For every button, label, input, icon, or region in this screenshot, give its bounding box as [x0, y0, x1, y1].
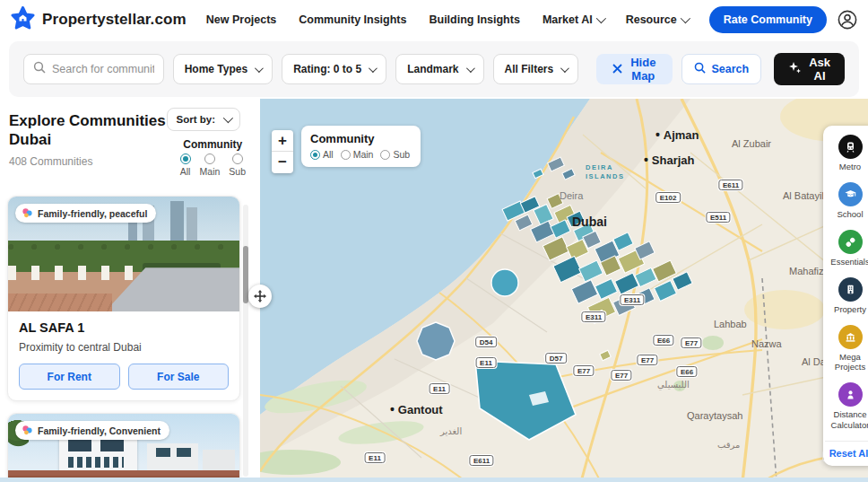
tag-icon	[22, 425, 33, 436]
map-zoom-control: + −	[272, 130, 293, 173]
school-icon	[838, 182, 863, 206]
map-tool-rail: MetroSchoolEssentialsPropertyMega Projec…	[823, 126, 868, 466]
community-filter-label: Community	[180, 138, 246, 151]
community-search[interactable]	[23, 54, 164, 84]
page-title: Explore Communities in Dubai	[9, 111, 188, 150]
map-tool-distance-calculator[interactable]: Distance Calculator	[825, 382, 868, 431]
community-name: AL SAFA 1	[19, 320, 229, 335]
community-card[interactable]: Family-friendly, Convenient	[7, 413, 240, 482]
map-tool-label: Mega Projects	[825, 352, 868, 373]
nav-item-label: New Projects	[206, 13, 277, 26]
radio-label: All	[180, 166, 191, 177]
card-button-for-rent[interactable]: For Rent	[19, 364, 120, 390]
scene-shape	[8, 266, 135, 281]
community-type-filter: Community AllMainSub	[180, 138, 246, 177]
mega-projects-icon	[838, 325, 863, 349]
list-scrollbar[interactable]	[243, 205, 248, 477]
community-list-panel: Explore Communities in Dubai 408 Communi…	[0, 99, 260, 482]
filter-bar: Home TypesRating: 0 to 5LandmarkAll Filt…	[9, 41, 859, 97]
nav-item-new-projects[interactable]: New Projects	[206, 13, 277, 26]
sort-by-dropdown[interactable]: Sort by:	[167, 108, 240, 131]
ask-ai-button[interactable]: Ask AI	[774, 53, 845, 85]
radio-selected[interactable]	[310, 150, 320, 160]
radio-option-all[interactable]: All	[310, 149, 334, 160]
zoom-in-button[interactable]: +	[272, 130, 293, 152]
map-tool-mega-projects[interactable]: Mega Projects	[825, 325, 868, 373]
radio-option-sub[interactable]: Sub	[229, 153, 246, 177]
filter-dropdown-all-filters[interactable]: All Filters	[493, 54, 579, 84]
community-card[interactable]: Family-friendly, peacefulAL SAFA 1Proxim…	[7, 196, 240, 401]
scene-shape	[156, 448, 169, 457]
map-tool-property[interactable]: Property	[825, 277, 868, 315]
filter-dropdown-rating-0-to-5[interactable]: Rating: 0 to 5	[282, 54, 386, 84]
radio-option-all[interactable]: All	[180, 153, 191, 177]
card-tag-badge: Family-friendly, Convenient	[15, 421, 169, 440]
scene-shape	[68, 457, 124, 468]
chevron-down-icon	[595, 13, 605, 23]
nav-item-community-insights[interactable]: Community Insights	[299, 13, 406, 26]
card-button-for-sale[interactable]: For Sale	[128, 364, 230, 390]
map-tool-label: School	[825, 209, 868, 220]
nav-item-label: Community Insights	[299, 13, 406, 26]
radio-unselected[interactable]	[380, 150, 390, 160]
search-icon	[33, 61, 46, 77]
map-community-filter: Community AllMainSub	[301, 126, 421, 167]
chevron-down-icon	[560, 64, 569, 73]
zoom-out-button[interactable]: −	[272, 152, 293, 173]
map-canvas[interactable]: + − Community AllMainSub AjmanSharjahGan…	[260, 99, 868, 482]
distance-calculator-icon	[838, 382, 863, 407]
chevron-down-icon	[680, 13, 690, 23]
bottom-section-edge	[0, 478, 868, 482]
community-cards: Family-friendly, peacefulAL SAFA 1Proxim…	[7, 196, 240, 482]
tag-icon	[22, 207, 33, 219]
radio-unselected[interactable]	[232, 153, 243, 164]
panel-resize-handle[interactable]	[248, 285, 272, 308]
nav-item-building-insights[interactable]: Building Insights	[429, 13, 519, 26]
chevron-down-icon	[223, 113, 233, 123]
community-card-image: Family-friendly, Convenient	[8, 414, 239, 482]
radio-label: Sub	[393, 149, 410, 160]
search-input[interactable]	[52, 63, 154, 75]
search-icon	[694, 62, 706, 76]
rate-community-button[interactable]: Rate Community	[709, 6, 827, 33]
filter-chips: Home TypesRating: 0 to 5LandmarkAll Filt…	[173, 54, 579, 84]
essentials-icon	[838, 230, 863, 254]
nav-item-resource[interactable]: Resource	[626, 13, 688, 26]
list-panel-header: Explore Communities in Dubai 408 Communi…	[0, 99, 260, 168]
map-tool-label: Distance Calculator	[825, 409, 868, 431]
close-icon	[612, 63, 622, 76]
map-tool-school[interactable]: School	[825, 182, 868, 220]
card-tag-text: Family-friendly, peaceful	[38, 208, 147, 219]
map-tool-label: Essentials	[825, 257, 868, 267]
nav-item-label: Building Insights	[429, 13, 519, 26]
scene-shape	[8, 294, 112, 311]
radio-label: Sub	[229, 166, 246, 177]
hide-map-button[interactable]: Hide Map	[596, 54, 673, 84]
reset-all-button[interactable]: Reset All	[825, 441, 868, 466]
search-button[interactable]: Search	[681, 54, 761, 84]
account-icon[interactable]	[838, 10, 857, 30]
metro-icon	[838, 135, 863, 159]
radio-selected[interactable]	[180, 153, 191, 164]
filter-dropdown-landmark[interactable]: Landmark	[395, 54, 483, 84]
map-tool-metro[interactable]: Metro	[825, 135, 868, 172]
chevron-down-icon	[369, 64, 378, 73]
map-tool-essentials[interactable]: Essentials	[825, 230, 868, 267]
radio-option-main[interactable]: Main	[200, 153, 221, 177]
brand-title: Propertystellar.com	[42, 11, 187, 29]
radio-option-sub[interactable]: Sub	[380, 149, 410, 160]
sparkle-icon	[788, 61, 802, 77]
chevron-down-icon	[255, 64, 264, 73]
radio-unselected[interactable]	[341, 150, 351, 160]
brand-logo-star-icon	[11, 6, 35, 34]
map-tool-label: Property	[825, 304, 868, 315]
card-tag-badge: Family-friendly, peaceful	[15, 204, 156, 223]
filter-dropdown-label: Landmark	[407, 63, 458, 75]
scene-shape	[203, 450, 235, 472]
brand[interactable]: Propertystellar.com	[11, 6, 187, 34]
radio-option-main[interactable]: Main	[341, 149, 374, 160]
community-card-image: Family-friendly, peaceful	[8, 197, 239, 311]
radio-unselected[interactable]	[204, 153, 215, 164]
filter-dropdown-home-types[interactable]: Home Types	[173, 54, 273, 84]
nav-item-market-ai[interactable]: Market AI	[542, 13, 603, 26]
